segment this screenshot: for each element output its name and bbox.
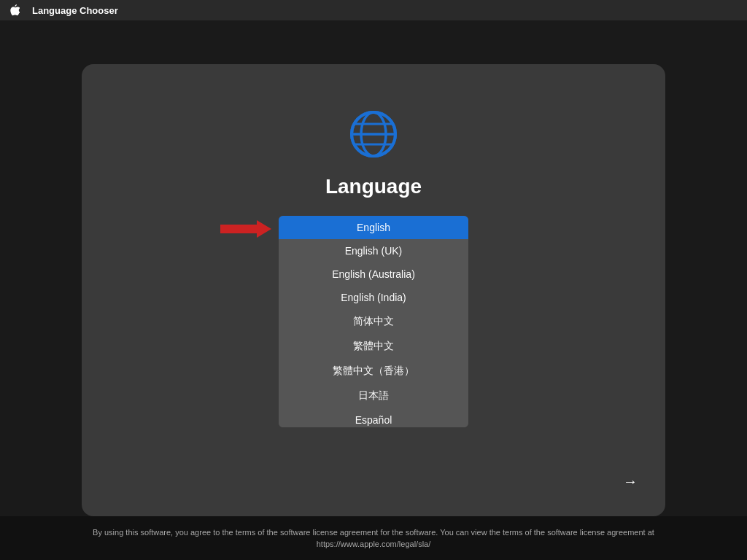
language-item-english-in[interactable]: English (India): [279, 286, 468, 309]
language-item-simplified-chinese[interactable]: 简体中文: [279, 309, 468, 334]
footer: By using this software, you agree to the…: [0, 516, 747, 560]
main-content: Language EnglishEnglish (UK)English (Aus…: [0, 20, 747, 560]
app-title: Language Chooser: [32, 5, 118, 16]
language-item-traditional-chinese[interactable]: 繁體中文: [279, 334, 468, 359]
language-item-english[interactable]: English: [279, 216, 468, 239]
red-arrow: [220, 219, 271, 239]
language-title: Language: [325, 175, 422, 198]
language-item-english-uk[interactable]: English (UK): [279, 239, 468, 262]
language-item-traditional-chinese-hk[interactable]: 繁體中文（香港）: [279, 359, 468, 384]
dialog-panel: Language EnglishEnglish (UK)English (Aus…: [82, 64, 665, 516]
language-list[interactable]: EnglishEnglish (UK)English (Australia)En…: [279, 216, 468, 427]
menubar: Language Chooser: [0, 0, 747, 20]
footer-text: By using this software, you agree to the…: [58, 526, 689, 551]
globe-icon: [347, 108, 400, 160]
language-item-spanish[interactable]: Español: [279, 408, 468, 427]
svg-marker-6: [220, 220, 271, 238]
language-list-wrapper: EnglishEnglish (UK)English (Australia)En…: [279, 216, 468, 427]
next-button[interactable]: →: [617, 468, 643, 494]
language-item-english-au[interactable]: English (Australia): [279, 262, 468, 286]
bottom-nav: →: [82, 468, 665, 502]
language-list-container: EnglishEnglish (UK)English (Australia)En…: [279, 216, 468, 427]
language-item-japanese[interactable]: 日本語: [279, 384, 468, 408]
apple-menu-icon[interactable]: [9, 4, 20, 16]
dialog-content: Language EnglishEnglish (UK)English (Aus…: [82, 64, 665, 468]
